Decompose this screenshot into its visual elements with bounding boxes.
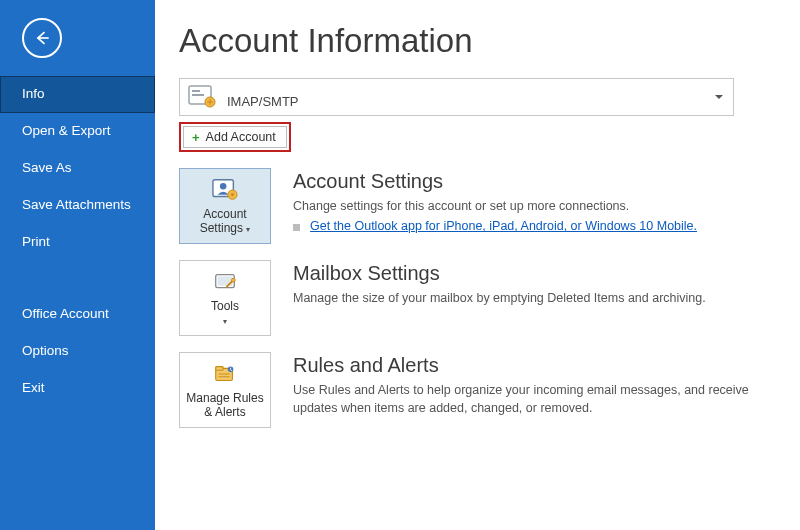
plus-icon: +	[192, 131, 200, 144]
nav-item-save-attachments[interactable]: Save Attachments	[0, 187, 155, 224]
back-arrow-icon	[32, 28, 52, 48]
svg-rect-13	[216, 367, 223, 371]
tile-label-line2: Settings	[200, 221, 243, 235]
section-desc-rules: Use Rules and Alerts to help organize yo…	[293, 381, 770, 417]
add-account-label: Add Account	[206, 130, 276, 144]
back-button[interactable]	[22, 18, 62, 58]
manage-rules-tile[interactable]: Manage Rules & Alerts	[179, 352, 271, 428]
tools-tile[interactable]: Tools ▾	[179, 260, 271, 336]
nav-item-options[interactable]: Options	[0, 333, 155, 370]
tile-label-line1: Manage Rules	[186, 391, 263, 405]
nav-item-save-as[interactable]: Save As	[0, 150, 155, 187]
tile-label-line1: Account	[203, 207, 246, 221]
account-icon	[185, 80, 219, 114]
tile-label-line2: & Alerts	[204, 405, 245, 419]
svg-point-8	[231, 193, 234, 196]
section-desc-account: Change settings for this account or set …	[293, 197, 770, 215]
add-account-highlight: + Add Account	[179, 122, 291, 152]
nav-primary: Info Open & Export Save As Save Attachme…	[0, 76, 155, 260]
account-type-label: IMAP/SMTP	[227, 94, 299, 115]
page-title: Account Information	[179, 22, 770, 60]
svg-rect-2	[192, 90, 200, 92]
add-account-button[interactable]: + Add Account	[183, 126, 287, 148]
chevron-down-icon: ▾	[223, 317, 227, 326]
tools-icon	[210, 269, 240, 295]
svg-point-6	[220, 183, 227, 190]
svg-point-11	[232, 278, 236, 282]
nav-item-exit[interactable]: Exit	[0, 370, 155, 407]
nav-secondary: Office Account Options Exit	[0, 296, 155, 407]
main-content: Account Information IMAP/SMTP + Add Acco…	[155, 0, 800, 530]
nav-item-print[interactable]: Print	[0, 224, 155, 261]
section-title-rules: Rules and Alerts	[293, 354, 770, 377]
chevron-down-icon	[715, 95, 723, 99]
account-settings-icon	[210, 177, 240, 203]
bullet-icon	[293, 224, 300, 231]
section-title-account: Account Settings	[293, 170, 770, 193]
section-desc-mailbox: Manage the size of your mailbox by empty…	[293, 289, 770, 307]
nav-item-info[interactable]: Info	[0, 76, 155, 113]
nav-item-open-export[interactable]: Open & Export	[0, 113, 155, 150]
nav-item-office-account[interactable]: Office Account	[0, 296, 155, 333]
section-title-mailbox: Mailbox Settings	[293, 262, 770, 285]
chevron-down-icon: ▾	[246, 225, 250, 234]
outlook-app-link[interactable]: Get the Outlook app for iPhone, iPad, An…	[310, 219, 697, 233]
backstage-sidebar: Info Open & Export Save As Save Attachme…	[0, 0, 155, 530]
tile-label-line1: Tools	[211, 299, 239, 313]
rules-alerts-icon	[210, 361, 240, 387]
account-dropdown[interactable]: IMAP/SMTP	[179, 78, 734, 116]
svg-rect-3	[192, 94, 204, 96]
account-settings-tile[interactable]: Account Settings ▾	[179, 168, 271, 244]
